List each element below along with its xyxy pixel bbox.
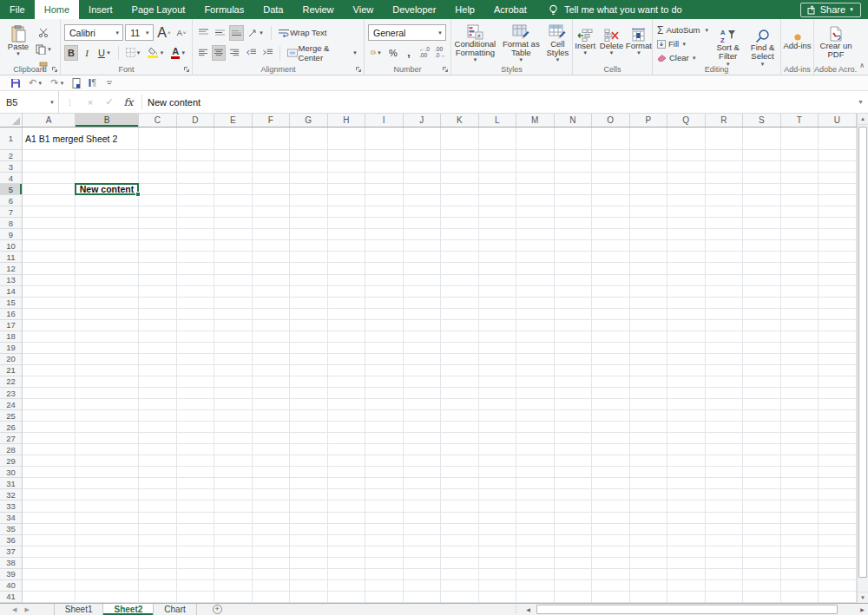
- cell-U3[interactable]: [819, 161, 857, 173]
- cell-Q20[interactable]: [667, 354, 706, 365]
- cell-F34[interactable]: [253, 513, 291, 524]
- cell-Q8[interactable]: [667, 218, 706, 229]
- cell-E12[interactable]: [214, 263, 253, 274]
- cell-G17[interactable]: [290, 320, 328, 331]
- cell-L6[interactable]: [479, 195, 517, 206]
- decrease-indent-button[interactable]: [244, 45, 259, 61]
- cell-I26[interactable]: [365, 422, 404, 433]
- cell-E8[interactable]: [214, 218, 253, 229]
- paragraph-icon[interactable]: ¶: [89, 78, 98, 88]
- fill-button[interactable]: Fill ▼: [657, 37, 709, 50]
- scroll-right-arrow[interactable]: ▶: [857, 604, 868, 615]
- scroll-down-arrow[interactable]: ▼: [858, 592, 868, 603]
- cell-U25[interactable]: [819, 410, 857, 422]
- cell-I27[interactable]: [365, 433, 404, 444]
- cell-E22[interactable]: [214, 376, 253, 388]
- cell-U38[interactable]: [819, 558, 857, 569]
- cell-K14[interactable]: [441, 286, 479, 298]
- sort-filter-button[interactable]: AZ Sort & Filter ▼: [712, 23, 744, 67]
- cell-P13[interactable]: [630, 275, 668, 286]
- cell-L7[interactable]: [479, 206, 517, 218]
- cell-G14[interactable]: [290, 286, 328, 298]
- cell-K10[interactable]: [441, 240, 479, 252]
- cell-H38[interactable]: [328, 558, 366, 569]
- tell-me-box[interactable]: Tell me what you want to do: [549, 0, 682, 19]
- percent-button[interactable]: %: [386, 45, 400, 61]
- cell-R10[interactable]: [706, 240, 744, 252]
- cell-N6[interactable]: [555, 195, 593, 206]
- cell-K37[interactable]: [441, 546, 479, 558]
- cell-U26[interactable]: [819, 422, 857, 433]
- cell-I40[interactable]: [365, 580, 404, 592]
- cell-O15[interactable]: [592, 298, 630, 309]
- cell-C21[interactable]: [139, 365, 177, 376]
- cell-D8[interactable]: [177, 218, 215, 229]
- row-header-36[interactable]: 36: [0, 535, 23, 546]
- cell-P2[interactable]: [630, 150, 668, 161]
- row-header-26[interactable]: 26: [0, 422, 23, 433]
- cell-R38[interactable]: [706, 558, 744, 569]
- row-header-27[interactable]: 27: [0, 433, 23, 444]
- column-header-J[interactable]: J: [404, 114, 442, 127]
- cell-Q12[interactable]: [667, 263, 706, 274]
- cell-I24[interactable]: [365, 399, 404, 410]
- cell-U9[interactable]: [819, 229, 857, 240]
- cell-B23[interactable]: [76, 388, 139, 399]
- cell-O24[interactable]: [592, 399, 630, 410]
- cell-G27[interactable]: [290, 433, 328, 444]
- cell-Q21[interactable]: [667, 365, 706, 376]
- cell-H35[interactable]: [328, 524, 366, 535]
- cell-A33[interactable]: [23, 501, 76, 512]
- cell-B35[interactable]: [76, 524, 139, 535]
- cell-R12[interactable]: [706, 263, 744, 274]
- increase-indent-button[interactable]: [260, 45, 275, 61]
- menu-tab-insert[interactable]: Insert: [79, 0, 122, 19]
- cell-R22[interactable]: [706, 376, 744, 388]
- cell-C34[interactable]: [139, 513, 177, 524]
- tab-scroll-splitter[interactable]: ⋮: [512, 605, 519, 613]
- cell-H29[interactable]: [328, 455, 366, 467]
- cell-K20[interactable]: [441, 354, 479, 365]
- cell-U16[interactable]: [819, 309, 857, 320]
- cell-J18[interactable]: [404, 331, 442, 343]
- cell-J14[interactable]: [404, 286, 442, 298]
- cell-N17[interactable]: [555, 320, 593, 331]
- cell-M15[interactable]: [516, 298, 555, 309]
- cell-P37[interactable]: [630, 546, 668, 558]
- cell-G40[interactable]: [290, 580, 328, 592]
- cell-C32[interactable]: [139, 489, 177, 501]
- row-header-29[interactable]: 29: [0, 455, 23, 467]
- cell-C35[interactable]: [139, 524, 177, 535]
- cell-C25[interactable]: [139, 410, 177, 422]
- cell-M28[interactable]: [516, 444, 555, 455]
- cell-F35[interactable]: [253, 524, 291, 535]
- cell-S20[interactable]: [743, 354, 781, 365]
- cell-L40[interactable]: [479, 580, 517, 592]
- cell-O4[interactable]: [592, 173, 630, 184]
- cell-Q2[interactable]: [667, 150, 706, 161]
- insert-function-button[interactable]: fx: [119, 96, 138, 108]
- cell-A30[interactable]: [23, 467, 76, 478]
- row-header-40[interactable]: 40: [0, 580, 23, 592]
- align-right-button[interactable]: [227, 45, 241, 61]
- cell-Q33[interactable]: [667, 501, 706, 512]
- menu-tab-acrobat[interactable]: Acrobat: [484, 0, 536, 19]
- cell-B12[interactable]: [76, 263, 139, 274]
- cell-S32[interactable]: [743, 489, 781, 501]
- cell-D13[interactable]: [177, 275, 215, 286]
- cell-E39[interactable]: [214, 569, 253, 580]
- cell-G15[interactable]: [290, 298, 328, 309]
- cell-Q4[interactable]: [667, 173, 706, 184]
- cell-B38[interactable]: [76, 558, 139, 569]
- cell-N29[interactable]: [555, 455, 593, 467]
- cell-B34[interactable]: [76, 513, 139, 524]
- cell-I9[interactable]: [365, 229, 404, 240]
- decrease-font-button[interactable]: A˅: [174, 25, 188, 41]
- cell-S1[interactable]: [743, 128, 781, 150]
- cell-Q15[interactable]: [667, 298, 706, 309]
- cell-T22[interactable]: [781, 376, 819, 388]
- cell-G35[interactable]: [290, 524, 328, 535]
- cell-E25[interactable]: [214, 410, 253, 422]
- cell-H10[interactable]: [328, 240, 366, 252]
- cell-F6[interactable]: [253, 195, 291, 206]
